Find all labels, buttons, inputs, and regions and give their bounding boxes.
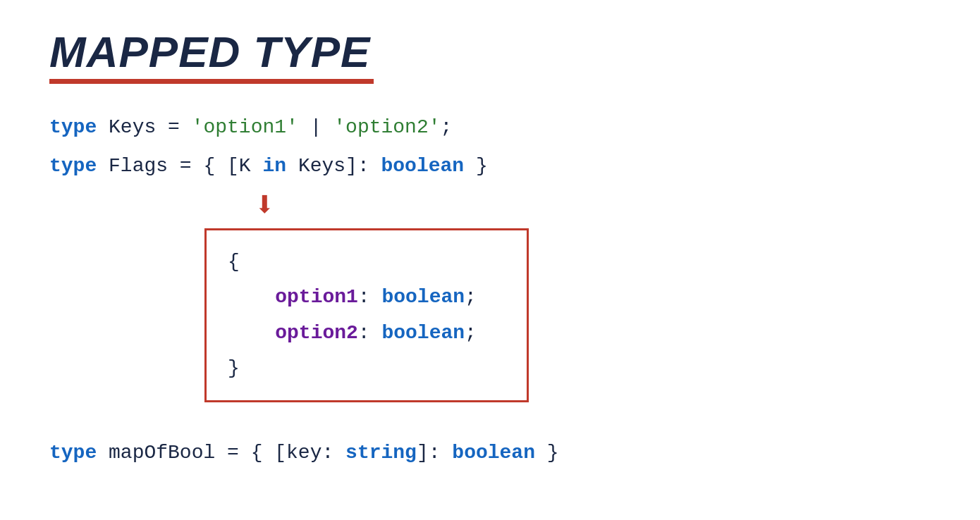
string-option2: 'option2' <box>333 116 440 138</box>
keyword-in: in <box>262 155 286 177</box>
result-open-brace: { <box>228 244 491 280</box>
prop1-name: option1 <box>275 286 358 308</box>
result-prop2: option2: boolean; <box>228 316 491 351</box>
title-underline <box>49 79 374 84</box>
mapofbool-close: } <box>535 442 559 464</box>
keyword-type-1: type <box>49 116 97 138</box>
flags-end: } <box>464 155 488 177</box>
prop1-colon: : <box>358 286 382 308</box>
result-box: { option1: boolean; option2: boolean; } <box>204 228 529 403</box>
prop2-type: boolean <box>381 322 465 344</box>
prop1-semi: ; <box>465 286 477 308</box>
arrow-container: ⬇ <box>49 190 931 225</box>
mapofbool-end: ]: <box>417 442 452 464</box>
prop2-name: option2 <box>275 322 358 344</box>
mapofbool-name: mapOfBool = { [key: <box>97 442 345 464</box>
open-brace: { <box>228 251 240 273</box>
prop2-colon: : <box>358 322 382 344</box>
title-section: MAPPED TYPE <box>49 28 931 84</box>
code-line-1: type Keys = 'option1' | 'option2'; <box>49 112 931 144</box>
type-keys-name: Keys = <box>97 116 191 138</box>
page-title: MAPPED TYPE <box>49 28 931 76</box>
string-type: string <box>345 442 417 464</box>
boolean-type-map: boolean <box>452 442 535 464</box>
pipe-separator: | <box>298 116 333 138</box>
string-option1: 'option1' <box>192 116 298 138</box>
page-container: MAPPED TYPE type Keys = 'option1' | 'opt… <box>0 0 980 504</box>
prop1-type: boolean <box>381 286 465 308</box>
flags-rest: Keys]: <box>286 155 381 177</box>
close-brace: } <box>228 357 240 379</box>
code-line-3: type mapOfBool = { [key: string]: boolea… <box>49 438 931 469</box>
keyword-type-3: type <box>49 442 97 464</box>
result-prop1: option1: boolean; <box>228 280 491 315</box>
boolean-type-flags: boolean <box>381 155 465 177</box>
result-close-brace: } <box>228 351 491 386</box>
keyword-type-2: type <box>49 155 97 177</box>
flags-name: Flags = { [K <box>97 155 262 177</box>
semicolon-1: ; <box>441 116 453 138</box>
code-line-2: type Flags = { [K in Keys]: boolean } <box>49 151 931 182</box>
down-arrow-icon: ⬇ <box>254 190 275 225</box>
prop2-semi: ; <box>465 322 477 344</box>
code-section: type Keys = 'option1' | 'option2'; type … <box>49 112 931 469</box>
